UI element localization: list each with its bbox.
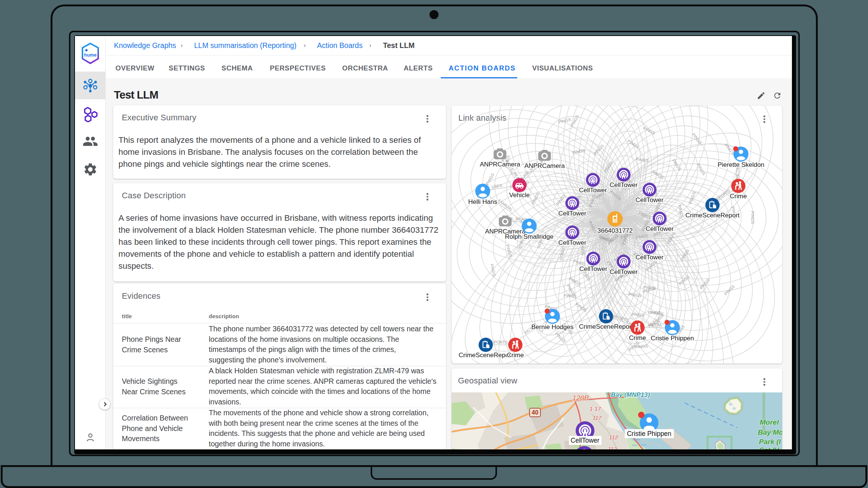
svg-text:PINGS: PINGS	[531, 192, 540, 205]
svg-text:Bernie Hodges: Bernie Hodges	[531, 323, 573, 331]
svg-text:Vehicle: Vehicle	[509, 192, 530, 199]
svg-text:ANPRCamera: ANPRCamera	[480, 161, 520, 168]
svg-text:CellTower: CellTower	[558, 239, 587, 246]
svg-text:Park (I: Park (I	[759, 438, 781, 446]
svg-text:Cat IV (: Cat IV (	[759, 446, 782, 449]
svg-text:117: 117	[593, 415, 602, 421]
svg-text:CellTower: CellTower	[610, 181, 638, 189]
svg-text:CellTower: CellTower	[579, 265, 608, 272]
svg-text:PINGS: PINGS	[677, 205, 684, 218]
svg-text:ANPRCamera: ANPRCamera	[524, 162, 565, 169]
svg-text:Bay (MNP13): Bay (MNP13)	[611, 392, 650, 398]
svg-text:CellTower: CellTower	[610, 268, 638, 275]
svg-text:CellTower: CellTower	[571, 437, 600, 444]
svg-text:3664031772: 3664031772	[597, 227, 633, 234]
svg-text:CellTower: CellTower	[636, 196, 664, 204]
svg-text:PINGS: PINGS	[750, 211, 755, 224]
svg-text:PINGS: PINGS	[575, 302, 588, 313]
svg-text:PINGS: PINGS	[558, 117, 572, 124]
svg-text:CrimeSceneReport: CrimeSceneReport	[579, 323, 633, 330]
svg-text:CellTower: CellTower	[579, 187, 607, 194]
svg-text:CrimeSceneReport: CrimeSceneReport	[685, 212, 740, 219]
svg-text:hume: hume	[84, 52, 96, 58]
svg-text:CellTower: CellTower	[558, 210, 587, 217]
svg-text:112: 112	[608, 446, 617, 449]
svg-text:Cristie Phippen: Cristie Phippen	[651, 335, 694, 342]
svg-text:CrimeSceneReport: CrimeSceneReport	[459, 352, 513, 359]
svg-text:CellTower: CellTower	[636, 254, 664, 261]
svg-text:Pierette Skeldon: Pierette Skeldon	[718, 161, 765, 168]
svg-text:PINGS: PINGS	[564, 293, 577, 298]
svg-text:Crime: Crime	[629, 334, 646, 341]
svg-text:Bay Mo: Bay Mo	[758, 428, 782, 436]
svg-text:Crime: Crime	[507, 352, 524, 359]
svg-text:Crime: Crime	[730, 193, 747, 200]
svg-text:120B: 120B	[572, 394, 589, 402]
svg-text:1·17·: 1·17·	[590, 406, 603, 412]
svg-text:PINGS: PINGS	[642, 126, 656, 135]
svg-text:PINGS: PINGS	[489, 263, 497, 277]
svg-text:Cristie Phippen: Cristie Phippen	[627, 430, 672, 437]
svg-text:40: 40	[532, 409, 539, 416]
svg-text:PINGS: PINGS	[632, 312, 645, 317]
svg-text:PINGS: PINGS	[648, 310, 661, 315]
svg-text:Morel: Morel	[760, 418, 779, 426]
svg-text:Rolph Smallridge: Rolph Smallridge	[505, 233, 553, 240]
svg-text:VICTIM: VICTIM	[648, 323, 661, 327]
svg-text:Helli Hans: Helli Hans	[468, 198, 497, 205]
svg-text:PINGS: PINGS	[723, 284, 736, 296]
svg-text:CellTower: CellTower	[646, 225, 674, 232]
svg-text:112: 112	[609, 434, 618, 440]
